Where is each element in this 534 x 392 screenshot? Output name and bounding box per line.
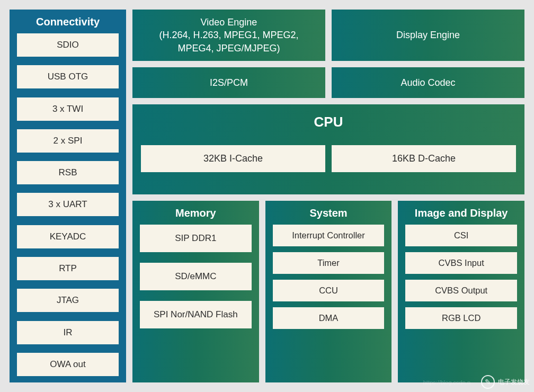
image-item-cvbs-in: CVBS Input (405, 252, 517, 274)
i2s-pcm-label: I2S/PCM (210, 76, 248, 89)
memory-item-sd-emmc: SD/eMMC (140, 263, 252, 290)
image-item-rgb-lcd: RGB LCD (405, 307, 517, 329)
watermark-url: https://blog.csdn.n (423, 379, 470, 386)
memory-block: Memory SIP DDR1 SD/eMMC SPI Nor/NAND Fla… (132, 201, 259, 382)
video-engine-title: Video Engine (140, 16, 318, 29)
system-item-dma: DMA (273, 307, 385, 329)
connectivity-item-owa: OWA out (17, 353, 119, 376)
cpu-dcache: 16KB D-Cache (332, 145, 516, 172)
audio-codec-label: Audio Codec (400, 76, 455, 89)
display-engine-label: Display Engine (396, 29, 460, 41)
system-item-timer: Timer (273, 252, 385, 274)
connectivity-item-twi: 3 x TWI (17, 97, 119, 121)
i2s-pcm-block: I2S/PCM (132, 67, 325, 98)
soc-block-diagram: Connectivity SDIO USB OTG 3 x TWI 2 x SP… (10, 10, 524, 382)
cpu-title: CPU (141, 114, 516, 130)
watermark-brand: 电子发烧友 (498, 378, 530, 387)
video-engine-block: Video Engine (H.264, H.263, MPEG1, MPEG2… (132, 10, 325, 61)
memory-title: Memory (140, 207, 252, 219)
image-item-csi: CSI (405, 225, 517, 246)
connectivity-item-usb-otg: USB OTG (17, 65, 119, 88)
system-title: System (273, 207, 385, 219)
watermark: ✎ 电子发烧友 (481, 375, 530, 389)
connectivity-item-rtp: RTP (17, 257, 119, 280)
video-engine-subtitle: (H.264, H.263, MPEG1, MPEG2, MPEG4, JPEG… (140, 29, 318, 55)
memory-item-spi-flash: SPI Nor/NAND Flash (140, 301, 252, 328)
image-item-cvbs-out: CVBS Output (405, 280, 517, 301)
audio-codec-block: Audio Codec (332, 67, 524, 98)
connectivity-item-sdio: SDIO (17, 33, 119, 57)
connectivity-item-uart: 3 x UART (17, 193, 119, 216)
memory-item-ddr: SIP DDR1 (140, 225, 252, 252)
connectivity-block: Connectivity SDIO USB OTG 3 x TWI 2 x SP… (10, 10, 126, 382)
image-display-title: Image and Display (405, 207, 517, 219)
system-block: System Interrupt Controller Timer CCU DM… (265, 201, 392, 382)
system-item-interrupt: Interrupt Controller (273, 225, 385, 246)
connectivity-item-jtag: JTAG (17, 289, 119, 312)
connectivity-title: Connectivity (17, 16, 119, 28)
connectivity-item-ir: IR (17, 321, 119, 344)
watermark-globe-icon: ✎ (481, 375, 495, 389)
image-display-block: Image and Display CSI CVBS Input CVBS Ou… (398, 201, 524, 382)
system-item-ccu: CCU (273, 280, 385, 301)
display-engine-block: Display Engine (332, 10, 524, 61)
connectivity-item-rsb: RSB (17, 161, 119, 184)
connectivity-item-spi: 2 x SPI (17, 129, 119, 153)
cpu-icache: 32KB I-Cache (141, 145, 325, 172)
cpu-block: CPU 32KB I-Cache 16KB D-Cache (132, 104, 524, 194)
connectivity-item-keyadc: KEYADC (17, 225, 119, 248)
